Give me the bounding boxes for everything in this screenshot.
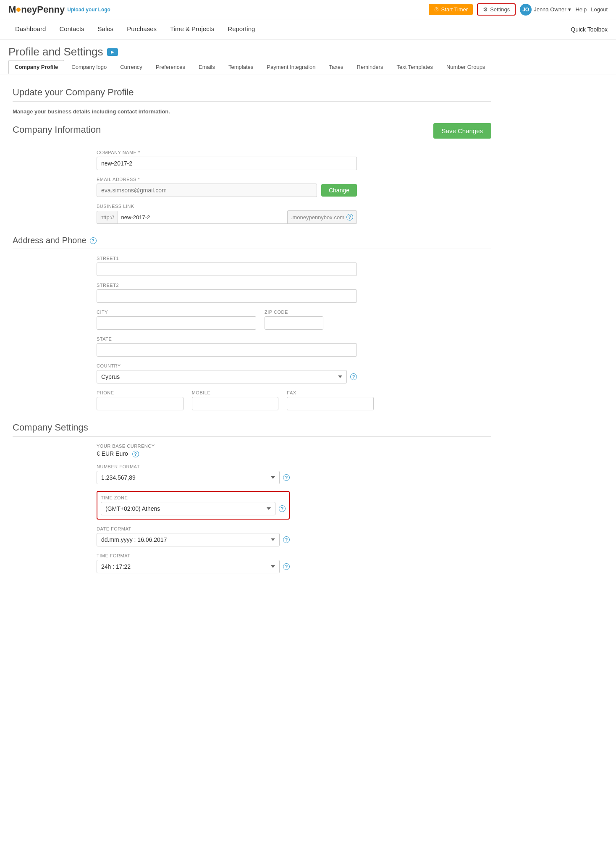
time-format-select-row: 24h : 17:22 ?	[97, 560, 290, 573]
quick-toolbox[interactable]: Quick Toolbox	[571, 26, 608, 33]
city-input[interactable]	[97, 316, 256, 330]
state-group: STATE	[97, 336, 357, 357]
business-link-suffix: .moneypennybox.com ?	[288, 210, 357, 224]
email-group: EMAIL ADDRESS * Change	[13, 177, 491, 197]
business-link-row: http:// .moneypennybox.com ?	[97, 210, 357, 224]
main-nav: Dashboard Contacts Sales Purchases Time …	[0, 19, 616, 39]
fax-label: FAX	[287, 390, 374, 395]
street1-label: STREET1	[97, 256, 357, 261]
zip-input[interactable]	[265, 316, 323, 330]
fax-group: FAX	[287, 390, 374, 410]
state-input[interactable]	[97, 343, 357, 357]
timezone-select[interactable]: (GMT+02:00) Athens	[101, 502, 275, 515]
gear-icon: ⚙	[483, 6, 488, 13]
help-link[interactable]: Help	[575, 6, 587, 13]
start-timer-button[interactable]: ⏱ Start Timer	[429, 4, 473, 15]
address-help-icon[interactable]: ?	[90, 237, 97, 244]
number-format-select[interactable]: 1.234.567,89	[97, 471, 280, 484]
chevron-down-icon: ▾	[568, 6, 571, 13]
logo-dot	[16, 8, 21, 12]
phone-group: PHONE	[97, 390, 183, 410]
nav-reporting[interactable]: Reporting	[221, 19, 262, 39]
zip-group: ZIP CODE	[265, 310, 323, 330]
company-name-label: COMPANY NAME *	[97, 150, 357, 155]
date-format-help-icon[interactable]: ?	[283, 536, 290, 543]
user-menu[interactable]: JO Jenna Owner ▾	[520, 4, 571, 16]
company-name-group: COMPANY NAME *	[97, 150, 357, 170]
state-label: STATE	[97, 336, 357, 341]
country-select[interactable]: Cyprus	[97, 370, 347, 383]
logout-link[interactable]: Logout	[591, 6, 608, 13]
settings-button[interactable]: ⚙ Settings	[477, 3, 516, 16]
business-link-label: BUSINESS LINK	[97, 204, 491, 209]
page-title: Profile and Settings	[8, 45, 103, 58]
mobile-group: MOBILE	[192, 390, 279, 410]
company-info-title: Company Information	[13, 124, 101, 135]
date-format-select-row: dd.mm.yyyy : 16.06.2017 ?	[97, 533, 290, 546]
business-link-prefix: http://	[97, 211, 118, 224]
timezone-label: TIME ZONE	[101, 495, 286, 500]
subtab-templates[interactable]: Templates	[222, 60, 260, 74]
nav-dashboard[interactable]: Dashboard	[8, 19, 52, 39]
subtab-number-groups[interactable]: Number Groups	[440, 60, 491, 74]
phone-input[interactable]	[97, 397, 183, 410]
street1-input[interactable]	[97, 263, 357, 276]
subtab-company-logo[interactable]: Company logo	[65, 60, 113, 74]
subtab-preferences[interactable]: Preferences	[149, 60, 191, 74]
nav-purchases[interactable]: Purchases	[120, 19, 163, 39]
subtabs: Company Profile Company logo Currency Pr…	[0, 60, 616, 74]
phone-label: PHONE	[97, 390, 183, 395]
mobile-input[interactable]	[192, 397, 279, 410]
time-format-group: TIME FORMAT 24h : 17:22 ?	[97, 553, 290, 573]
content-area: Update your Company Profile Manage your …	[0, 74, 504, 588]
number-format-select-row: 1.234.567,89 ?	[97, 471, 290, 484]
timezone-group: TIME ZONE (GMT+02:00) Athens ?	[97, 491, 290, 520]
subtab-emails[interactable]: Emails	[192, 60, 221, 74]
currency-label: YOUR BASE CURRENCY	[97, 444, 290, 449]
address-section: Address and Phone ? STREET1 STREET2 CITY…	[13, 236, 491, 410]
upload-logo-link[interactable]: Upload your Logo	[67, 7, 110, 13]
country-help-icon[interactable]: ?	[350, 373, 357, 380]
time-format-select[interactable]: 24h : 17:22	[97, 560, 280, 573]
business-link-help-icon[interactable]: ?	[346, 214, 353, 221]
fax-input[interactable]	[287, 397, 374, 410]
nav-sales[interactable]: Sales	[91, 19, 121, 39]
date-format-label: DATE FORMAT	[97, 526, 290, 531]
email-input[interactable]	[97, 184, 317, 197]
change-email-button[interactable]: Change	[321, 184, 357, 197]
number-format-label: NUMBER FORMAT	[97, 464, 290, 469]
city-label: CITY	[97, 310, 256, 315]
currency-help-icon[interactable]: ?	[132, 451, 139, 457]
number-format-group: NUMBER FORMAT 1.234.567,89 ?	[97, 464, 290, 484]
subtab-taxes[interactable]: Taxes	[323, 60, 350, 74]
video-icon[interactable]	[107, 48, 118, 56]
phone-row: PHONE MOBILE FAX	[97, 390, 374, 410]
address-title: Address and Phone ?	[13, 236, 491, 245]
subtab-company-profile[interactable]: Company Profile	[8, 60, 64, 74]
country-group: COUNTRY Cyprus ?	[97, 363, 357, 383]
subtab-reminders[interactable]: Reminders	[351, 60, 390, 74]
time-format-label: TIME FORMAT	[97, 553, 290, 558]
subtab-payment-integration[interactable]: Payment Integration	[260, 60, 322, 74]
street1-group: STREET1	[97, 256, 357, 276]
street2-input[interactable]	[97, 289, 357, 303]
date-format-select[interactable]: dd.mm.yyyy : 16.06.2017	[97, 533, 280, 546]
time-format-help-icon[interactable]: ?	[283, 563, 290, 570]
city-group: CITY	[97, 310, 256, 330]
business-link-input[interactable]	[118, 211, 288, 224]
number-format-help-icon[interactable]: ?	[283, 474, 290, 481]
timezone-help-icon[interactable]: ?	[279, 505, 286, 512]
company-settings-section: Company Settings YOUR BASE CURRENCY € EU…	[13, 422, 491, 573]
country-select-row: Cyprus ?	[97, 370, 357, 383]
save-changes-button[interactable]: Save Changes	[433, 123, 491, 139]
business-link-group: BUSINESS LINK http:// .moneypennybox.com…	[13, 204, 491, 224]
company-name-input[interactable]	[97, 157, 357, 170]
avatar: JO	[520, 4, 532, 16]
nav-time-projects[interactable]: Time & Projects	[163, 19, 221, 39]
subtab-currency[interactable]: Currency	[114, 60, 149, 74]
nav-contacts[interactable]: Contacts	[52, 19, 91, 39]
date-format-group: DATE FORMAT dd.mm.yyyy : 16.06.2017 ?	[97, 526, 290, 546]
subtab-text-templates[interactable]: Text Templates	[390, 60, 439, 74]
street2-label: STREET2	[97, 283, 357, 288]
company-info-header: Company Information Save Changes	[13, 123, 491, 139]
